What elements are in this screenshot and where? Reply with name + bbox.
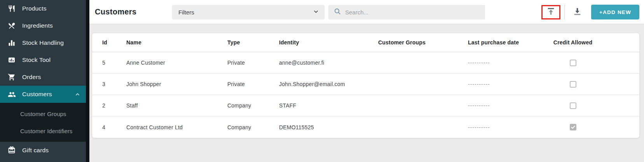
table-body: 5 Anne Customer Private anne@customer.fi… (92, 52, 639, 138)
credit-allowed-checkbox[interactable] (570, 60, 576, 66)
page-title: Customers (95, 7, 136, 16)
search-box (328, 5, 485, 19)
column-header-name: Name (126, 39, 227, 46)
column-header-customer-groups: Customer Groups (378, 39, 468, 46)
cell-id: 5 (102, 60, 126, 66)
cell-identity: STAFF (279, 102, 378, 109)
cell-identity: John.Shopper@email.com (279, 81, 378, 87)
upload-button[interactable] (543, 5, 559, 19)
cell-name: Staff (126, 102, 227, 109)
table-row[interactable]: 2 Staff Company STAFF ---------- (92, 95, 639, 116)
table-row[interactable]: 4 Contract Customer Ltd Company DEMO1155… (92, 116, 639, 138)
gift-card-icon (7, 146, 16, 155)
cell-credit-allowed (546, 102, 600, 109)
cell-name: Contract Customer Ltd (126, 124, 227, 130)
cell-id: 3 (102, 81, 126, 87)
column-header-identity: Identity (279, 39, 378, 46)
app-window: Products Ingredients Stock Handling Stoc… (0, 0, 644, 162)
customers-table-card: IdNameTypeIdentityCustomer GroupsLast pu… (92, 33, 639, 138)
upload-icon (546, 7, 556, 18)
credit-allowed-checkbox[interactable] (570, 102, 576, 109)
sidebar-item-ingredients[interactable]: Ingredients (0, 17, 86, 34)
bar-chart-icon (7, 39, 16, 47)
sidebar-subitem-customer-groups[interactable]: Customer Groups (0, 105, 86, 122)
cell-type: Private (227, 60, 279, 66)
utensils-icon (7, 4, 16, 13)
annotation-highlight-box (541, 5, 560, 19)
cell-type: Company (227, 102, 279, 109)
sidebar-scrollbar[interactable] (86, 0, 89, 162)
cell-name: Anne Customer (126, 60, 227, 66)
search-icon (334, 8, 341, 17)
column-header-type: Type (227, 39, 279, 46)
topbar: Customers Filters (89, 0, 644, 24)
cell-identity: DEMO115525 (279, 124, 378, 130)
cell-credit-allowed (546, 81, 600, 88)
download-button[interactable] (569, 5, 586, 19)
sidebar-item-products[interactable]: Products (0, 0, 86, 17)
download-icon (572, 7, 582, 18)
credit-allowed-checkbox[interactable] (570, 81, 576, 88)
sidebar-subitem-customer-identifiers[interactable]: Customer Identifiers (0, 122, 86, 139)
cell-credit-allowed (546, 60, 600, 66)
cell-last-purchase-date: ---------- (468, 60, 546, 66)
cell-type: Company (227, 124, 279, 130)
sidebar-item-orders[interactable]: Orders (0, 69, 86, 86)
column-header-last-purchase-date: Last purchase date (468, 39, 546, 46)
cell-identity: anne@customer.fi (279, 60, 378, 66)
cell-id: 4 (102, 124, 126, 130)
cart-icon (7, 73, 16, 81)
crossed-utensils-icon (7, 21, 16, 30)
cell-name: John Shopper (126, 81, 227, 87)
divider (564, 5, 565, 19)
cell-credit-allowed (546, 124, 600, 130)
column-header-credit-allowed: Credit Allowed (546, 39, 600, 46)
header-actions: +ADD NEW (541, 0, 639, 24)
column-header-id: Id (102, 39, 126, 46)
table-row[interactable]: 5 Anne Customer Private anne@customer.fi… (92, 52, 639, 74)
cell-id: 2 (102, 102, 126, 109)
boxed-chart-icon (7, 56, 16, 64)
people-icon (7, 90, 16, 99)
filters-label: Filters (178, 9, 313, 16)
add-new-button[interactable]: +ADD NEW (591, 5, 639, 19)
cell-last-purchase-date: ---------- (468, 81, 546, 87)
table-header-row: IdNameTypeIdentityCustomer GroupsLast pu… (92, 33, 639, 52)
sidebar: Products Ingredients Stock Handling Stoc… (0, 0, 86, 162)
cell-type: Private (227, 81, 279, 87)
sidebar-item-customers[interactable]: Customers (0, 86, 86, 103)
cell-last-purchase-date: ---------- (468, 124, 546, 130)
credit-allowed-checkbox[interactable] (570, 124, 576, 130)
sidebar-item-stock-handling[interactable]: Stock Handling (0, 34, 86, 51)
table-row[interactable]: 3 John Shopper Private John.Shopper@emai… (92, 74, 639, 95)
sidebar-nav: Products Ingredients Stock Handling Stoc… (0, 0, 86, 159)
cell-last-purchase-date: ---------- (468, 102, 546, 109)
filters-dropdown[interactable]: Filters (172, 5, 325, 19)
chevron-down-icon (313, 9, 319, 16)
main-area: Customers Filters (89, 0, 644, 162)
sidebar-item-gift-cards[interactable]: Gift cards (0, 142, 86, 159)
sidebar-item-stock-tool[interactable]: Stock Tool (0, 51, 86, 69)
sidebar-submenu: Customer Groups Customer Identifiers (0, 103, 86, 142)
chevron-up-icon (74, 91, 80, 97)
search-input[interactable] (345, 9, 480, 16)
content-area: IdNameTypeIdentityCustomer GroupsLast pu… (89, 24, 644, 162)
